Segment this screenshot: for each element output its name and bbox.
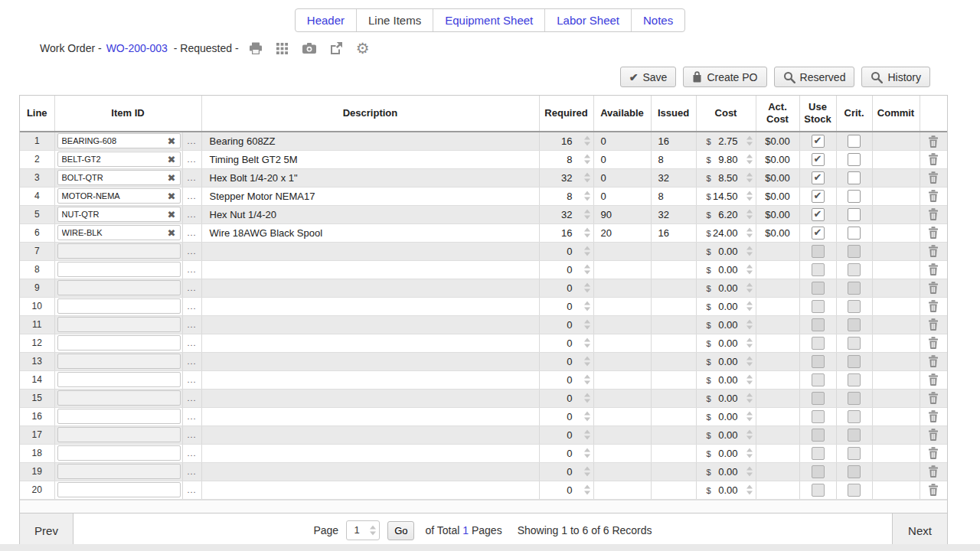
item-lookup-button[interactable]: ... <box>182 260 201 279</box>
page-spinner[interactable] <box>370 526 376 536</box>
item-lookup-button[interactable]: ... <box>182 205 201 223</box>
description-cell[interactable] <box>201 462 539 481</box>
required-input[interactable]: 0 <box>539 407 593 425</box>
item-lookup-button[interactable]: ... <box>182 223 201 242</box>
number-spinner[interactable] <box>584 302 590 311</box>
required-input[interactable]: 0 <box>539 481 593 499</box>
item-lookup-button[interactable]: ... <box>182 168 201 187</box>
export-icon[interactable] <box>328 41 344 56</box>
clear-item-icon[interactable]: ✖ <box>168 136 176 146</box>
item-lookup-button[interactable]: ... <box>182 242 201 260</box>
number-spinner[interactable] <box>746 246 753 256</box>
delete-row-button[interactable] <box>920 352 947 370</box>
number-spinner[interactable] <box>584 338 590 348</box>
workorder-number-link[interactable]: WO-200-003 <box>106 42 168 54</box>
item-lookup-button[interactable]: ... <box>182 279 201 297</box>
item-lookup-button[interactable]: ... <box>182 132 201 150</box>
crit-checkbox[interactable] <box>848 171 861 184</box>
number-spinner[interactable] <box>584 320 590 330</box>
clear-item-icon[interactable]: ✖ <box>168 155 176 165</box>
item-lookup-button[interactable]: ... <box>182 315 201 334</box>
item-id-input[interactable] <box>57 464 181 479</box>
required-input[interactable]: 0 <box>539 279 593 297</box>
number-spinner[interactable] <box>746 393 753 403</box>
next-page-button[interactable]: Next <box>892 514 947 548</box>
required-input[interactable]: 0 <box>539 334 593 352</box>
description-cell[interactable]: Hex Bolt 1/4-20 x 1" <box>201 168 539 187</box>
required-input[interactable]: 0 <box>539 444 593 462</box>
number-spinner[interactable] <box>584 393 590 403</box>
history-button[interactable]: History <box>861 67 930 87</box>
description-cell[interactable] <box>201 279 539 297</box>
description-cell[interactable]: Timing Belt GT2 5M <box>201 150 539 168</box>
number-spinner[interactable] <box>746 448 753 458</box>
required-input[interactable]: 0 <box>539 352 593 370</box>
description-cell[interactable] <box>201 334 539 352</box>
required-input[interactable]: 8 <box>539 150 593 168</box>
cost-input[interactable]: $0.00 <box>696 260 756 279</box>
description-cell[interactable] <box>201 389 539 407</box>
cost-input[interactable]: $0.00 <box>696 297 756 315</box>
cost-input[interactable]: $0.00 <box>696 279 756 297</box>
number-spinner[interactable] <box>746 375 753 385</box>
delete-row-button[interactable] <box>920 260 947 279</box>
use-stock-checkbox[interactable] <box>812 153 825 166</box>
item-lookup-button[interactable]: ... <box>182 462 201 481</box>
cost-input[interactable]: $9.80 <box>696 150 756 168</box>
description-cell[interactable] <box>201 242 539 260</box>
number-spinner[interactable] <box>584 191 590 201</box>
crit-checkbox[interactable] <box>848 227 861 240</box>
cost-input[interactable]: $0.00 <box>696 444 756 462</box>
crit-checkbox[interactable] <box>848 135 861 148</box>
page-number-input[interactable]: 1 <box>346 520 380 540</box>
item-id-input[interactable]: BOLT-QTR✖ <box>57 170 181 185</box>
use-stock-checkbox[interactable] <box>812 135 825 148</box>
crit-checkbox[interactable] <box>848 190 861 203</box>
item-lookup-button[interactable]: ... <box>182 297 201 315</box>
description-cell[interactable] <box>201 407 539 425</box>
cost-input[interactable]: $0.00 <box>696 462 756 481</box>
required-input[interactable]: 0 <box>539 297 593 315</box>
required-input[interactable]: 8 <box>539 187 593 205</box>
item-lookup-button[interactable]: ... <box>182 334 201 352</box>
cost-input[interactable]: $0.00 <box>696 352 756 370</box>
item-id-input[interactable] <box>57 243 181 259</box>
crit-checkbox[interactable] <box>848 208 861 221</box>
item-id-input[interactable] <box>57 298 181 314</box>
cost-input[interactable]: $0.00 <box>696 481 756 499</box>
tab-equipment-sheet[interactable]: Equipment Sheet <box>433 9 544 31</box>
tab-line-items[interactable]: Line Items <box>356 9 433 31</box>
number-spinner[interactable] <box>584 228 590 238</box>
number-spinner[interactable] <box>746 338 753 348</box>
item-lookup-button[interactable]: ... <box>182 389 201 407</box>
item-id-input[interactable] <box>57 445 181 461</box>
tab-header[interactable]: Header <box>296 9 356 31</box>
number-spinner[interactable] <box>746 467 753 477</box>
cost-input[interactable]: $0.00 <box>696 389 756 407</box>
number-spinner[interactable] <box>584 136 590 146</box>
delete-row-button[interactable] <box>920 481 947 499</box>
item-id-input[interactable] <box>57 427 181 442</box>
description-cell[interactable] <box>201 260 539 279</box>
number-spinner[interactable] <box>746 173 753 183</box>
number-spinner[interactable] <box>584 448 590 458</box>
required-input[interactable]: 16 <box>539 223 593 242</box>
number-spinner[interactable] <box>746 265 753 275</box>
description-cell[interactable] <box>201 352 539 370</box>
delete-row-button[interactable] <box>920 370 947 389</box>
number-spinner[interactable] <box>746 283 753 293</box>
description-cell[interactable] <box>201 444 539 462</box>
item-id-input[interactable] <box>57 409 181 424</box>
use-stock-checkbox[interactable] <box>812 171 825 184</box>
camera-icon[interactable] <box>302 41 317 56</box>
description-cell[interactable]: Wire 18AWG Black Spool <box>201 223 539 242</box>
delete-row-button[interactable] <box>920 425 947 444</box>
number-spinner[interactable] <box>584 430 590 440</box>
item-lookup-button[interactable]: ... <box>182 370 201 389</box>
cost-input[interactable]: $6.20 <box>696 205 756 223</box>
required-input[interactable]: 0 <box>539 389 593 407</box>
delete-row-button[interactable] <box>920 242 947 260</box>
required-input[interactable]: 32 <box>539 205 593 223</box>
tab-notes[interactable]: Notes <box>631 9 684 31</box>
cost-input[interactable]: $0.00 <box>696 315 756 334</box>
